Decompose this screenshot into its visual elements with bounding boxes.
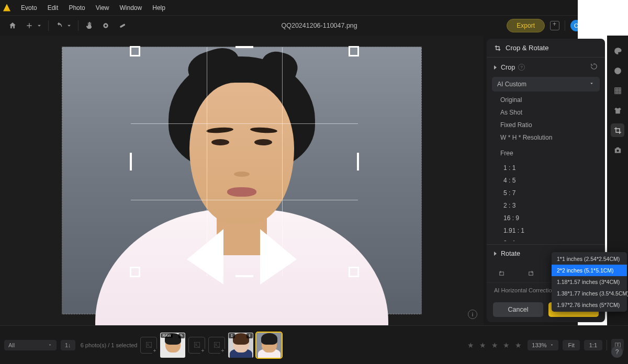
svg-rect-12 <box>194 343 199 348</box>
help-button[interactable]: ? <box>611 346 623 358</box>
sort-button[interactable]: 1↓ <box>61 340 75 350</box>
rating-stars[interactable]: ★ ★ ★ ★ ★ <box>467 341 524 349</box>
selection-label: 6 photo(s) / 1 selected <box>81 342 138 348</box>
upload-badge-icon: ↥ <box>229 333 235 338</box>
export-button[interactable]: Export <box>507 19 545 32</box>
hand-tool[interactable] <box>82 18 96 33</box>
menu-photo[interactable]: Photo <box>63 2 90 14</box>
option-2-3[interactable]: 2 : 3 <box>492 199 600 212</box>
edit-badge-icon: ✎ <box>178 333 185 338</box>
ratio-dropdown[interactable]: AI Custom <box>492 77 600 92</box>
background-icon[interactable] <box>611 84 624 97</box>
add-button[interactable] <box>22 18 37 33</box>
fit-button[interactable]: Fit <box>563 340 579 350</box>
home-button[interactable] <box>5 18 20 33</box>
undo-chevron[interactable] <box>65 18 73 33</box>
crop-overlay[interactable] <box>131 47 358 276</box>
option-5-7[interactable]: 5 : 7 <box>492 187 600 199</box>
share-badge-icon: ⇪ <box>246 333 253 338</box>
rotate-label: Rotate <box>501 250 520 257</box>
option-free[interactable]: Free <box>492 147 600 160</box>
import-thumb-2[interactable]: + <box>188 337 205 354</box>
clothing-icon[interactable] <box>611 104 624 117</box>
info-icon[interactable]: i <box>468 310 477 319</box>
correction-label: AI Horizontal Correction <box>494 287 555 293</box>
option-1-1[interactable]: 1 : 1 <box>492 162 600 174</box>
option-4-5[interactable]: 4 : 5 <box>492 174 600 187</box>
ratio-options-list: Original As Shot Fixed Ratio W * H * Res… <box>492 94 600 241</box>
import-thumb-3[interactable]: + <box>208 337 225 354</box>
new-preset-button[interactable] <box>550 21 559 30</box>
zoom-dropdown[interactable]: 133% <box>528 340 558 350</box>
thumbnail-1[interactable]: RAW ✎ <box>160 333 185 358</box>
import-thumb-1[interactable]: + <box>140 337 157 354</box>
thumbnail-3-selected[interactable] <box>256 333 282 358</box>
crop-icon[interactable] <box>611 123 624 137</box>
submenu-item-1[interactable]: 2*2 inches (5.1*5.1CM) <box>552 265 627 276</box>
menu-help[interactable]: Help <box>147 2 171 14</box>
chevron-down-icon <box>589 81 595 88</box>
bottom-bar: All 1↓ 6 photo(s) / 1 selected + RAW ✎ +… <box>0 325 628 364</box>
photo <box>62 47 422 314</box>
submenu-item-3[interactable]: 1.38*1.77 inches (3.5*4.5CM) <box>552 288 627 299</box>
canvas-area[interactable]: i <box>0 36 484 325</box>
option-original[interactable]: Original <box>492 94 600 106</box>
svg-point-7 <box>614 67 621 74</box>
mask-tool[interactable] <box>98 18 113 33</box>
menu-window[interactable]: Window <box>115 2 148 14</box>
rotate-left-icon[interactable] <box>495 267 508 279</box>
svg-point-3 <box>105 25 107 27</box>
submenu-item-0[interactable]: 1*1 inches (2.54*2.54CM) <box>552 253 627 265</box>
rotate-right-icon[interactable] <box>525 267 537 279</box>
option-whr[interactable]: W * H * Resolution <box>492 131 600 144</box>
heal-tool[interactable] <box>115 18 130 33</box>
app-logo <box>3 4 10 12</box>
option-fixed-ratio[interactable]: Fixed Ratio <box>492 119 600 131</box>
menu-view[interactable]: View <box>91 2 115 14</box>
svg-point-15 <box>215 344 217 345</box>
option-as-shot[interactable]: As Shot <box>492 106 600 119</box>
filename-label: QQ20241206-110047.png <box>132 22 507 29</box>
crop-label: Crop <box>501 64 515 71</box>
cancel-button[interactable]: Cancel <box>493 302 543 317</box>
crop-section-header[interactable]: Crop ? <box>487 58 605 77</box>
face-icon[interactable] <box>611 64 624 77</box>
svg-rect-14 <box>214 343 219 348</box>
option-191-1[interactable]: 1.91 : 1 <box>492 224 600 237</box>
menubar: Evoto Edit Photo View Window Help <box>0 0 628 16</box>
menu-evoto[interactable]: Evoto <box>16 2 42 14</box>
thumbnail-2[interactable]: ↥ ⇪ <box>228 333 253 358</box>
panel-title: Crop & Rotate <box>506 44 548 52</box>
submenu-item-4[interactable]: 1.97*2.76 inches (5*7CM) <box>552 299 627 311</box>
camera-icon[interactable] <box>611 143 624 157</box>
option-2-1[interactable]: 2 : 1 <box>492 237 600 241</box>
help-icon[interactable]: ? <box>518 64 525 71</box>
submenu-item-2[interactable]: 1.18*1.57 inches (3*4CM) <box>552 276 627 288</box>
add-chevron[interactable] <box>36 18 43 33</box>
panel-header: Crop & Rotate <box>487 39 605 58</box>
svg-point-11 <box>147 344 149 345</box>
toolbar: QQ20241206-110047.png Export C Buy Now <box>0 16 628 36</box>
ai-headshot-submenu: 1*1 inches (2.54*2.54CM) 2*2 inches (5.1… <box>552 252 627 312</box>
option-16-9[interactable]: 16 : 9 <box>492 212 600 224</box>
menu-edit[interactable]: Edit <box>42 2 64 14</box>
filter-dropdown[interactable]: All <box>4 340 57 350</box>
reset-crop-icon[interactable] <box>590 63 598 72</box>
one-to-one-button[interactable]: 1:1 <box>584 340 602 350</box>
palette-icon[interactable] <box>611 44 624 58</box>
svg-rect-4 <box>120 24 126 28</box>
svg-point-9 <box>616 150 619 152</box>
svg-point-13 <box>195 344 197 345</box>
svg-rect-10 <box>146 343 151 348</box>
undo-button[interactable] <box>52 18 66 33</box>
